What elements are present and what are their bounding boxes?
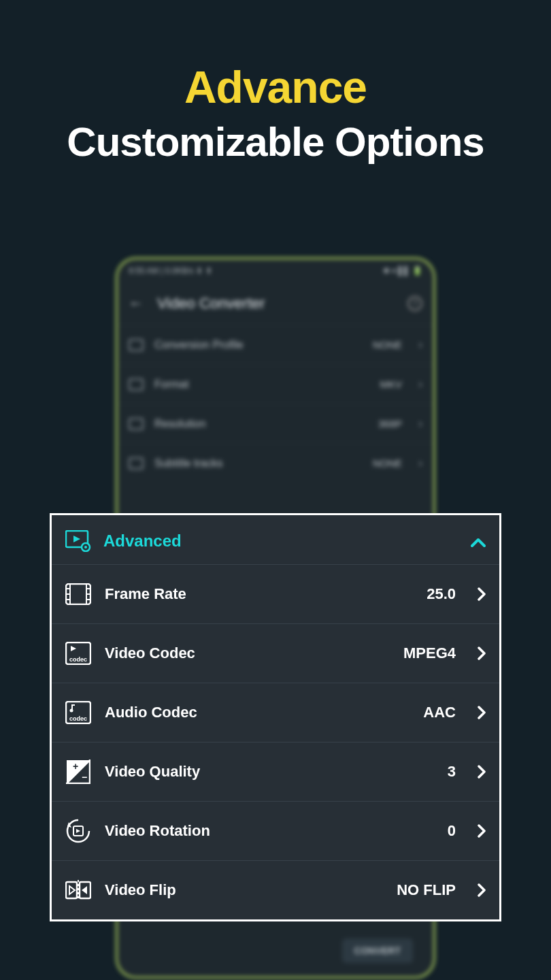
row-label: Video Quality [105, 763, 434, 781]
bg-row-profile[interactable]: Conversion Profile NONE › [118, 325, 433, 364]
bg-row-subtitle[interactable]: Subtitle tracks NONE › [118, 443, 433, 483]
format-icon [129, 378, 144, 391]
flip-icon [65, 877, 91, 903]
bg-row-resolution[interactable]: Resolution 368P › [118, 404, 433, 443]
row-label: Frame Rate [105, 585, 413, 603]
app-title: Video Converter [157, 295, 394, 312]
row-video-rotation[interactable]: Video Rotation 0 [52, 801, 499, 860]
row-label: Video Rotation [105, 822, 434, 840]
advanced-panel: Advanced Frame Rate 25.0 codec Video Cod… [50, 513, 501, 921]
svg-text:+: + [73, 761, 78, 772]
svg-text:−: − [82, 772, 87, 783]
status-left: 9:55 AM | 0.0KB/s ⬇ ⬆ [129, 266, 212, 276]
row-label: Video Codec [105, 644, 390, 662]
row-value: MPEG4 [403, 644, 456, 662]
svg-marker-26 [76, 829, 80, 833]
status-bar: 9:55 AM | 0.0KB/s ⬇ ⬆ ✱ ▾ ▌▌ 🔋 [118, 259, 433, 282]
bg-value: NONE [373, 339, 402, 350]
film-icon [65, 581, 91, 607]
row-value: 0 [448, 822, 456, 840]
row-label: Audio Codec [105, 704, 410, 721]
convert-button[interactable]: CONVERT [342, 938, 413, 963]
rotation-icon [65, 818, 91, 844]
quality-icon: +− [65, 759, 91, 785]
row-video-codec[interactable]: codec Video Codec MPEG4 [52, 623, 499, 683]
status-right: ✱ ▾ ▌▌ 🔋 [383, 266, 422, 276]
svg-text:codec: codec [69, 656, 87, 663]
chevron-right-icon: › [418, 456, 422, 470]
bg-label: Conversion Profile [154, 339, 362, 351]
bg-value: 368P [378, 418, 402, 429]
advanced-panel-header[interactable]: Advanced [52, 515, 499, 564]
svg-point-17 [70, 709, 73, 713]
row-video-flip[interactable]: Video Flip NO FLIP [52, 860, 499, 919]
chevron-right-icon [478, 824, 486, 838]
bg-value: MKV [380, 378, 402, 390]
row-value: 25.0 [427, 585, 456, 603]
svg-marker-28 [69, 886, 75, 894]
bg-label: Subtitle tracks [154, 457, 362, 470]
bg-row-format[interactable]: Format MKV › [118, 364, 433, 404]
chevron-right-icon [478, 765, 486, 779]
subtitle-icon [129, 457, 144, 470]
back-icon[interactable]: ← [129, 295, 144, 312]
help-icon[interactable]: ? [407, 296, 422, 311]
advanced-panel-title: Advanced [103, 532, 458, 551]
svg-marker-14 [71, 646, 76, 651]
app-header: ← Video Converter ? [118, 282, 433, 325]
advanced-icon [65, 530, 91, 552]
audio-codec-icon: codec [65, 700, 91, 725]
hero-title: Advance [0, 61, 551, 113]
row-label: Video Flip [105, 881, 383, 899]
row-video-quality[interactable]: +− Video Quality 3 [52, 742, 499, 801]
svg-marker-30 [82, 886, 87, 894]
chevron-right-icon: › [418, 338, 422, 352]
resolution-icon [129, 418, 144, 430]
chevron-right-icon: › [418, 416, 422, 431]
svg-text:codec: codec [69, 715, 87, 722]
row-audio-codec[interactable]: codec Audio Codec AAC [52, 683, 499, 742]
chevron-up-icon [471, 530, 486, 552]
bg-label: Resolution [154, 418, 367, 430]
chevron-right-icon [478, 587, 486, 601]
profile-icon [129, 339, 144, 351]
svg-marker-1 [73, 536, 80, 542]
bg-value: NONE [373, 457, 402, 469]
video-codec-icon: codec [65, 640, 91, 666]
chevron-right-icon [478, 883, 486, 897]
hero-subtitle: Customizable Options [0, 118, 551, 165]
chevron-right-icon [478, 706, 486, 719]
row-value: AAC [423, 704, 456, 721]
chevron-right-icon [478, 647, 486, 660]
svg-point-3 [84, 546, 87, 549]
row-value: 3 [448, 763, 456, 781]
bg-label: Format [154, 378, 369, 391]
row-value: NO FLIP [397, 881, 456, 899]
chevron-right-icon: › [418, 377, 422, 391]
row-frame-rate[interactable]: Frame Rate 25.0 [52, 564, 499, 623]
